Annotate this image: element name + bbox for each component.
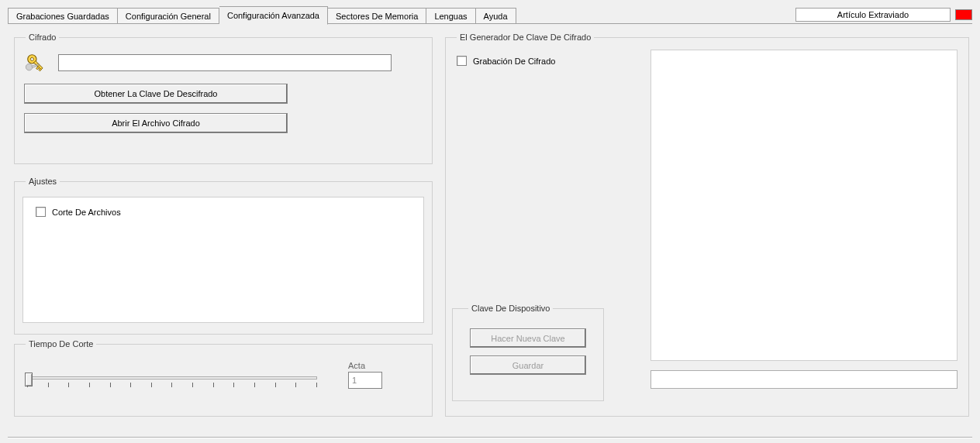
button-label: Abrir El Archivo Cifrado <box>112 118 200 128</box>
tab-advanced-config[interactable]: Configuración Avanzada <box>219 6 328 25</box>
acta-label: Acta <box>348 361 365 370</box>
tab-label: Configuración General <box>126 12 211 21</box>
status-bar: Artículo Extraviado <box>795 8 972 22</box>
group-legend: Tiempo De Corte <box>26 339 96 349</box>
group-legend: Cifrado <box>26 33 59 42</box>
button-label: Obtener La Clave De Descifrado <box>95 89 218 98</box>
group-cut-time: Tiempo De Corte Acta <box>14 339 433 417</box>
checkbox-label: Corte De Archivos <box>52 208 121 217</box>
file-cut-checkbox[interactable]: Corte De Archivos <box>36 207 121 217</box>
open-encrypted-file-button[interactable]: Abrir El Archivo Cifrado <box>24 113 288 133</box>
status-color-swatch <box>955 9 972 20</box>
svg-point-5 <box>26 64 32 70</box>
tab-label: Configuración Avanzada <box>227 11 319 20</box>
cut-time-slider[interactable] <box>27 370 317 392</box>
tab-languages[interactable]: Lenguas <box>426 8 475 24</box>
tab-memory-sectors[interactable]: Sectores De Memoria <box>328 8 426 24</box>
get-decryption-key-button[interactable]: Obtener La Clave De Descifrado <box>24 84 288 104</box>
group-key-generator: El Generador De Clave De Cifrado Grabaci… <box>445 33 969 417</box>
tab-label: Grabaciones Guardadas <box>16 12 109 21</box>
group-settings: Ajustes Corte De Archivos <box>14 177 433 335</box>
checkbox-box-icon <box>36 207 46 217</box>
status-label: Artículo Extraviado <box>795 8 951 22</box>
checkbox-box-icon <box>457 56 467 66</box>
tab-help[interactable]: Ayuda <box>476 8 516 24</box>
group-legend: El Generador De Clave De Cifrado <box>457 33 594 42</box>
tab-label: Sectores De Memoria <box>336 12 418 21</box>
checkbox-label: Grabación De Cifrado <box>473 57 555 66</box>
encryption-recording-checkbox[interactable]: Grabación De Cifrado <box>457 56 555 66</box>
slider-thumb[interactable] <box>25 373 33 386</box>
slider-track <box>27 376 317 379</box>
svg-rect-4 <box>39 68 41 70</box>
tab-bar: Grabaciones Guardadas Configuración Gene… <box>8 6 516 23</box>
group-device-key: Clave De Dispositivo Hacer Nueva Clave G… <box>452 304 604 401</box>
tab-general-config[interactable]: Configuración General <box>118 8 219 24</box>
tab-saved-recordings[interactable]: Grabaciones Guardadas <box>8 8 118 24</box>
tab-label: Ayuda <box>484 12 508 21</box>
acta-value-field <box>348 372 382 389</box>
slider-ticks <box>27 383 317 389</box>
button-label: Guardar <box>512 361 543 370</box>
key-output-field <box>650 370 958 389</box>
encryption-key-input[interactable] <box>58 54 392 71</box>
key-output-panel <box>650 50 958 361</box>
settings-panel: Corte De Archivos <box>22 197 424 323</box>
button-label: Hacer Nueva Clave <box>491 334 564 343</box>
bottom-divider <box>8 437 972 438</box>
save-key-button: Guardar <box>470 355 586 375</box>
group-legend: Ajustes <box>26 177 60 186</box>
group-encryption: Cifrado <box>14 33 433 164</box>
svg-rect-3 <box>36 67 40 70</box>
key-icon <box>24 51 47 74</box>
group-legend: Clave De Dispositivo <box>468 304 553 313</box>
make-new-key-button: Hacer Nueva Clave <box>470 328 586 348</box>
tab-label: Lenguas <box>434 12 467 21</box>
